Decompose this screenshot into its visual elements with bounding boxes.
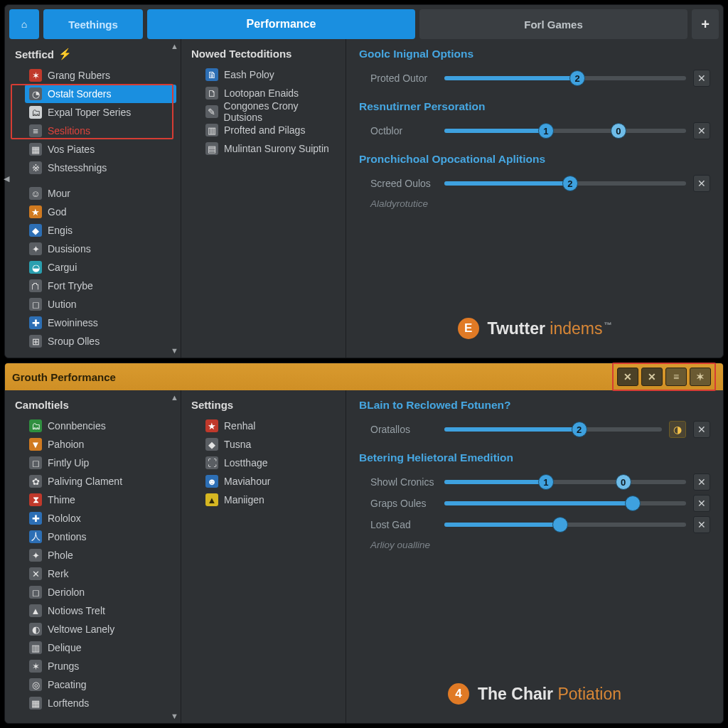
close-icon[interactable]: ✕ (693, 473, 710, 491)
tree-item[interactable]: 人Pontions (25, 528, 176, 546)
bottom-right-column: BLain to Reclowed Fotunen?Oratallos2◑✕Be… (346, 390, 723, 723)
slider-knob[interactable]: 2 (569, 70, 585, 86)
item-label: Deriolon (48, 587, 85, 598)
item-label: Cargui (48, 262, 77, 273)
slider[interactable]: 10 (444, 129, 686, 133)
scroll-down-icon[interactable]: ▼ (171, 346, 178, 355)
window-buttons-highlight: ✕✕≡✶ (612, 363, 716, 391)
slider[interactable]: 2 (444, 76, 686, 80)
tree-item[interactable]: ✦Phole (25, 546, 176, 564)
slider-knob[interactable] (625, 496, 641, 511)
slider-knob[interactable]: 2 (572, 422, 587, 437)
close-icon[interactable]: ✕ (693, 495, 710, 512)
tree-item[interactable]: ▥Profted and Pilags (201, 121, 341, 139)
item-label: Rerk (48, 568, 69, 579)
tree-item[interactable]: ⛶Lostthage (201, 454, 341, 472)
item-label: Ostalt Sorders (48, 88, 111, 100)
tree-item[interactable]: ◆Engis (25, 221, 176, 240)
tree-item[interactable]: ★Renhal (201, 417, 341, 435)
window-button[interactable]: ✕ (617, 368, 638, 386)
close-icon[interactable]: ✕ (693, 122, 710, 139)
tab-performance[interactable]: Performance (147, 9, 415, 39)
scroll-up-icon[interactable]: ▲ (171, 42, 178, 50)
item-label: Vos Piates (48, 144, 95, 155)
slider[interactable]: 2 (444, 427, 662, 432)
tree-item[interactable]: ☺Mour (25, 184, 176, 203)
tree-item[interactable]: 🗎Eash Poloy (201, 65, 341, 84)
info-icon[interactable]: ◑ (669, 421, 686, 438)
tree-item[interactable]: ✿Paliving Clament (25, 472, 176, 491)
tree-item[interactable]: ☻Maviahour (201, 472, 341, 491)
item-icon: ✿ (29, 475, 42, 488)
tree-item[interactable]: ◻Deriolon (25, 583, 176, 601)
tree-item[interactable]: ✚Ewoininess (25, 314, 176, 332)
tree-item[interactable]: ▥Delique (25, 638, 176, 657)
item-label: Maniigen (224, 494, 264, 505)
item-icon: ⊞ (29, 335, 42, 348)
tree-item[interactable]: ◻Uution (25, 295, 176, 314)
window-titlebar: Grouth Performance ✕✕≡✶ (5, 363, 723, 390)
scroll-up-icon[interactable]: ▲ (171, 393, 178, 402)
bottom-mid-column: Settings ★Renhal◆Tusna⛶Lostthage☻Maviaho… (181, 390, 346, 723)
close-icon[interactable]: ✕ (693, 175, 710, 192)
slider[interactable] (444, 523, 686, 527)
option-row: Lost Gad✕ (359, 514, 710, 535)
item-icon: ▥ (29, 641, 42, 654)
tree-item[interactable]: ▦Vos Piates (25, 140, 176, 159)
slider-knob[interactable]: 1 (538, 123, 554, 139)
item-icon: 人 (29, 530, 42, 543)
close-icon[interactable]: ✕ (693, 70, 710, 87)
scroll-left-icon[interactable]: ◀ (4, 174, 9, 183)
tree-item[interactable]: ✶Prungs (25, 657, 176, 675)
option-label: Oratallos (359, 424, 437, 435)
tree-item[interactable]: ⧗Thime (25, 491, 176, 509)
tab-add[interactable]: + (692, 9, 719, 39)
tree-item[interactable]: ≡Seslitions (25, 122, 176, 140)
tree-item[interactable]: ⊞Sroup Olles (25, 332, 176, 350)
tree-item[interactable]: ⛫Fort Trybe (25, 277, 176, 295)
tree-item[interactable]: ▲Maniigen (201, 491, 341, 509)
tree-item[interactable]: 🗂Expal Toper Series (25, 103, 176, 122)
slider-knob-secondary[interactable]: 0 (616, 474, 631, 490)
tree-item[interactable]: ◆Tusna (201, 435, 341, 454)
tree-item[interactable]: ◒Cargui (25, 258, 176, 277)
slider-knob[interactable]: 2 (562, 176, 578, 191)
tree-item[interactable]: ◻Fintly Uip (25, 454, 176, 472)
slider-knob-secondary[interactable]: 0 (611, 123, 626, 139)
group-title: Betering Helietoral Emedition (359, 451, 710, 464)
tree-item[interactable]: ✕Rerk (25, 564, 176, 583)
tree-item[interactable]: ✚Rololox (25, 509, 176, 528)
tab-home[interactable]: ⌂ (9, 9, 39, 39)
tree-item[interactable]: ▲Notiows Trelt (25, 601, 176, 620)
slider-knob[interactable]: 1 (538, 474, 554, 490)
slider[interactable]: 2 (444, 181, 686, 186)
tree-item[interactable]: ▤Mulintan Surony Suiptin (201, 139, 341, 158)
tree-item[interactable]: ※Shstesshnigs (25, 159, 176, 177)
tree-item[interactable]: ▦Lorftends (25, 694, 176, 712)
top-left-column: ▲ ◀ Settficd⚡ ✶Grang Rubers◔Ostalt Sorde… (5, 39, 181, 358)
window-button[interactable]: ✕ (641, 368, 663, 386)
tree-item[interactable]: ✎Congones Crony Dutsions (201, 102, 341, 121)
scroll-down-icon[interactable]: ▼ (171, 712, 178, 720)
tree-item[interactable]: ◔Ostalt Sorders (25, 85, 176, 103)
close-icon[interactable]: ✕ (693, 421, 710, 438)
tree-item[interactable]: ✶Grang Rubers (25, 66, 176, 85)
tab-forgames[interactable]: Forl Games (419, 9, 687, 39)
item-icon: ☺ (29, 187, 42, 200)
tree-item[interactable]: ✦Dusisions (25, 240, 176, 258)
tree-item[interactable]: ◎Pacating (25, 675, 176, 694)
item-label: Prungs (48, 660, 79, 672)
option-row: Proted Outor2✕ (359, 68, 710, 89)
close-icon[interactable]: ✕ (693, 516, 710, 533)
tree-item[interactable]: ★God (25, 203, 176, 221)
tree-item[interactable]: ▼Pahoion (25, 435, 176, 454)
tree-item[interactable]: ◐Veltowe Lanely (25, 620, 176, 638)
bolt-icon: ⚡ (58, 48, 72, 60)
slider-knob[interactable] (552, 517, 568, 532)
tree-item[interactable]: 🗂Connbencies (25, 417, 176, 435)
window-button[interactable]: ✶ (690, 368, 711, 386)
slider[interactable] (444, 501, 686, 505)
tab-settings[interactable]: Teethings (43, 9, 143, 39)
slider[interactable]: 10 (444, 480, 686, 484)
window-button[interactable]: ≡ (665, 368, 687, 386)
